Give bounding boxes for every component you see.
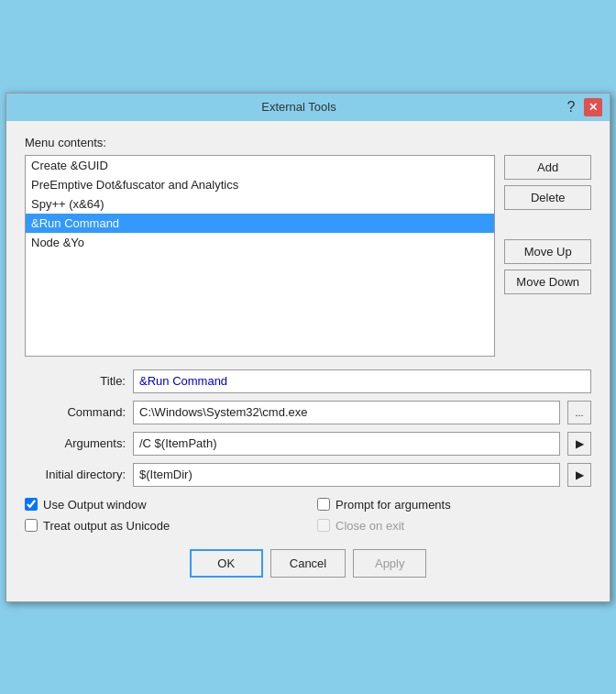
initial-dir-row: Initial directory: ▶ [25, 463, 591, 487]
checkbox-col-right: Prompt for arguments Close on exit [317, 498, 591, 533]
dialog-title: External Tools [261, 100, 336, 114]
side-buttons: Add Delete Move Up Move Down [504, 155, 591, 357]
close-button[interactable]: ✕ [584, 98, 602, 116]
command-input[interactable] [133, 401, 560, 424]
move-up-button[interactable]: Move Up [504, 239, 591, 264]
arguments-input[interactable] [133, 432, 560, 456]
treat-unicode-label: Treat output as Unicode [43, 519, 170, 533]
title-bar-controls: ? ✕ [562, 98, 602, 116]
prompt-args-checkbox[interactable] [317, 498, 330, 511]
command-row: Command: ... [25, 401, 591, 424]
title-row: Title: [25, 369, 591, 393]
title-bar: External Tools ? ✕ [6, 94, 610, 121]
command-browse-button[interactable]: ... [567, 401, 591, 424]
help-button[interactable]: ? [562, 98, 580, 116]
add-button[interactable]: Add [504, 155, 591, 180]
list-item[interactable]: Create &GUID [26, 156, 494, 175]
close-on-exit-label: Close on exit [336, 519, 404, 533]
title-label: Title: [25, 374, 126, 388]
list-item[interactable]: Spy++ (x&64) [26, 194, 494, 214]
initial-dir-arrow-button[interactable]: ▶ [567, 463, 591, 487]
initial-dir-label: Initial directory: [25, 468, 126, 481]
use-output-window-row: Use Output window [25, 498, 299, 512]
title-input[interactable] [133, 369, 591, 393]
close-on-exit-row: Close on exit [317, 519, 591, 533]
title-bar-left: External Tools [36, 100, 562, 114]
list-item[interactable]: PreEmptive Dot&fuscator and Analytics [26, 175, 494, 194]
arguments-label: Arguments: [25, 436, 126, 450]
list-item-selected[interactable]: &Run Command [26, 214, 494, 233]
top-row: Create &GUID PreEmptive Dot&fuscator and… [25, 155, 591, 357]
cancel-button[interactable]: Cancel [270, 549, 346, 578]
arguments-row: Arguments: ▶ [25, 432, 591, 456]
checkbox-col-left: Use Output window Treat output as Unicod… [25, 498, 299, 533]
treat-unicode-checkbox[interactable] [25, 519, 38, 532]
dialog-body: Menu contents: Create &GUID PreEmptive D… [6, 121, 610, 601]
treat-unicode-row: Treat output as Unicode [25, 519, 299, 533]
ok-button[interactable]: OK [190, 549, 263, 578]
prompt-args-row: Prompt for arguments [317, 498, 591, 512]
list-item[interactable]: Node &Yo [26, 233, 494, 252]
menu-contents-label: Menu contents: [25, 136, 591, 149]
use-output-window-checkbox[interactable] [25, 498, 38, 511]
external-tools-dialog: External Tools ? ✕ Menu contents: Create… [6, 93, 610, 602]
use-output-window-label: Use Output window [43, 498, 147, 512]
apply-button[interactable]: Apply [353, 549, 426, 578]
move-down-button[interactable]: Move Down [504, 270, 591, 294]
delete-button[interactable]: Delete [504, 185, 591, 210]
command-label: Command: [25, 405, 126, 419]
arguments-arrow-button[interactable]: ▶ [567, 432, 591, 456]
close-on-exit-checkbox [317, 519, 330, 532]
initial-dir-input[interactable] [133, 463, 560, 487]
menu-list[interactable]: Create &GUID PreEmptive Dot&fuscator and… [25, 155, 495, 357]
checkbox-section: Use Output window Treat output as Unicod… [25, 498, 591, 533]
form-section: Title: Command: ... Arguments: ▶ Initial… [25, 369, 591, 487]
footer: OK Cancel Apply [25, 540, 591, 590]
prompt-args-label: Prompt for arguments [336, 498, 451, 512]
